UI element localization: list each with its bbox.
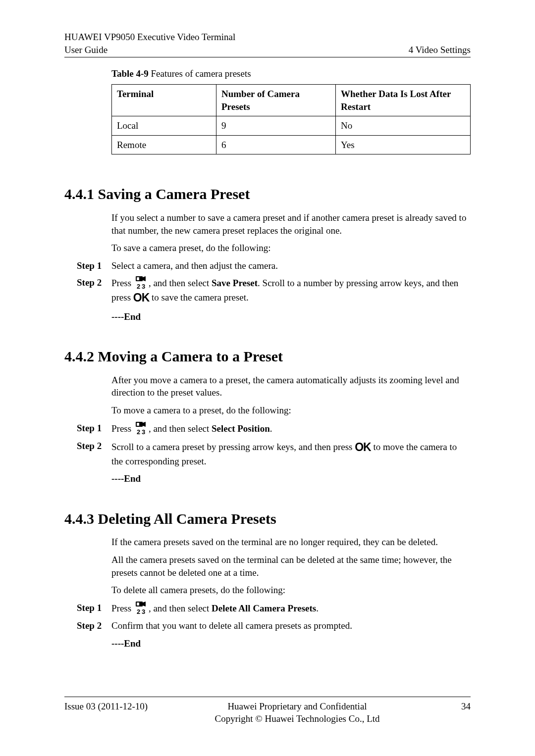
s441-step1-body: Select a camera, and then adjust the cam… — [111, 259, 471, 272]
th-terminal: Terminal — [112, 84, 216, 116]
s443-end: ----End — [111, 637, 471, 650]
s442-p2: To move a camera to a preset, do the fol… — [111, 404, 471, 417]
header-chapter: 4 Video Settings — [409, 44, 471, 56]
footer-center2: Copyright © Huawei Technologies Co., Ltd — [154, 712, 441, 725]
table-row: Local 9 No — [112, 116, 471, 136]
s443-step1-a: Press — [111, 603, 134, 613]
heading-441: 4.4.1 Saving a Camera Preset — [64, 184, 471, 204]
s442-step2-body: Scroll to a camera preset by pressing ar… — [111, 440, 471, 468]
camera-preset-icon — [135, 602, 148, 615]
s441-p2: To save a camera preset, do the followin… — [111, 242, 471, 254]
s443-p3: To delete all camera presets, do the fol… — [111, 584, 471, 597]
s441-step2-a: Press — [111, 278, 134, 288]
table-header-row: Terminal Number of Camera Presets Whethe… — [112, 84, 471, 116]
table-row: Remote 6 Yes — [112, 135, 471, 154]
s442-step1-bold: Select Position — [212, 423, 270, 434]
ok-icon: OK — [355, 441, 371, 454]
camera-presets-table: Terminal Number of Camera Presets Whethe… — [111, 84, 471, 155]
td-lost: No — [336, 116, 471, 136]
s443-p2: All the camera presets saved on the term… — [111, 554, 471, 579]
s442-step2-a: Scroll to a camera preset by pressing ar… — [111, 442, 355, 452]
camera-preset-icon — [135, 422, 148, 436]
s441-step2-d: to save the camera preset. — [149, 292, 248, 302]
td-number: 6 — [216, 135, 336, 154]
table-caption-label: Table 4-9 — [111, 68, 149, 79]
s441-step2-label: Step 2 — [77, 276, 111, 289]
s441-step2-bold1: Save Preset — [212, 278, 258, 288]
s442-end: ----End — [111, 472, 471, 485]
ok-icon: OK — [133, 291, 150, 304]
header-product-line2: User Guide — [64, 44, 235, 56]
footer-page: 34 — [441, 700, 471, 725]
footer-center1: Huawei Proprietary and Confidential — [154, 700, 441, 713]
s442-step1-label: Step 1 — [77, 422, 111, 435]
td-lost: Yes — [336, 135, 471, 154]
s441-step2-body: Press , and then select Save Preset. Scr… — [111, 276, 471, 305]
s441-end: ----End — [111, 310, 471, 323]
s442-step1-c: . — [270, 423, 272, 434]
camera-preset-icon — [135, 276, 148, 290]
th-number: Number of Camera Presets — [216, 84, 336, 116]
table-caption-text: Features of camera presets — [149, 68, 251, 79]
s443-step1-c: . — [316, 603, 319, 613]
td-terminal: Local — [112, 116, 216, 136]
footer-rule — [64, 697, 471, 697]
s443-step2-label: Step 2 — [77, 619, 111, 632]
td-number: 9 — [216, 116, 336, 136]
s442-step1-body: Press , and then select Select Position. — [111, 422, 471, 436]
table-caption: Table 4-9 Features of camera presets — [111, 67, 471, 80]
header-product-line1: HUAWEI VP9050 Executive Video Terminal — [64, 31, 235, 44]
heading-443: 4.4.3 Deleting All Camera Presets — [64, 509, 471, 529]
heading-442: 4.4.2 Moving a Camera to a Preset — [64, 347, 471, 367]
s441-step1-label: Step 1 — [77, 259, 111, 272]
s442-step1-a: Press — [111, 423, 134, 434]
s443-step1-b: , and then select — [149, 603, 212, 613]
s442-p1: After you move a camera to a preset, the… — [111, 374, 471, 399]
s443-step1-body: Press , and then select Delete All Camer… — [111, 602, 471, 615]
s443-step2-body: Confirm that you want to delete all came… — [111, 619, 471, 632]
header-rule — [64, 57, 471, 57]
td-terminal: Remote — [112, 135, 216, 154]
s443-step1-bold: Delete All Camera Presets — [212, 603, 316, 613]
footer-issue: Issue 03 (2011-12-10) — [64, 700, 154, 725]
s441-p1: If you select a number to save a camera … — [111, 211, 471, 237]
th-lost: Whether Data Is Lost After Restart — [336, 84, 471, 116]
s443-p1: If the camera presets saved on the termi… — [111, 536, 471, 549]
s442-step1-b: , and then select — [149, 423, 212, 434]
s441-step2-b: , and then select — [149, 278, 212, 288]
s442-step2-label: Step 2 — [77, 440, 111, 453]
s443-step1-label: Step 1 — [77, 602, 111, 614]
